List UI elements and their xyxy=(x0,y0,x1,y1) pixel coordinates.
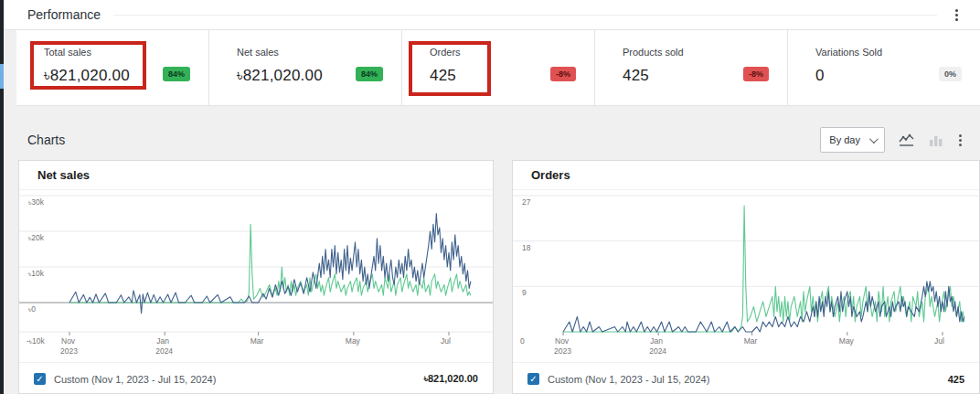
chevron-down-icon xyxy=(869,134,879,144)
line-chart-view-button[interactable] xyxy=(898,133,915,147)
svg-text:May: May xyxy=(346,336,361,346)
stat-label: Products sold xyxy=(623,47,771,58)
admin-sidebar-strip[interactable] xyxy=(0,0,4,394)
svg-text:2024: 2024 xyxy=(155,346,173,356)
stat-label: Variations Sold xyxy=(815,47,964,58)
svg-text:Jul: Jul xyxy=(441,336,451,346)
svg-text:27: 27 xyxy=(522,197,531,207)
bar-chart-icon xyxy=(928,133,944,147)
charts-menu-kebab-icon[interactable] xyxy=(953,131,967,150)
svg-text:Nov: Nov xyxy=(555,336,570,346)
bar-chart-view-button[interactable] xyxy=(928,133,944,147)
status-badge: -8% xyxy=(550,67,576,81)
svg-text:2023: 2023 xyxy=(554,346,571,356)
performance-title: Performance xyxy=(27,7,101,22)
interval-select-value: By day xyxy=(829,134,860,145)
orders-chart-panel: Orders 271890Nov2023Jan2024MarMayJul ✓ C… xyxy=(512,160,980,394)
svg-text:Nov: Nov xyxy=(61,336,76,346)
legend-item[interactable]: ✓ Custom (Nov 1, 2023 - Jul 15, 2024) ৳8… xyxy=(19,362,493,394)
checkbox-checked-icon[interactable]: ✓ xyxy=(34,373,46,385)
stat-card-total-sales[interactable]: Total sales ৳821,020.00 84% xyxy=(16,30,209,105)
svg-text:Mar: Mar xyxy=(744,336,758,346)
performance-header: Performance xyxy=(4,0,980,30)
svg-text:Mar: Mar xyxy=(250,336,264,346)
orders-chart[interactable]: 271890Nov2023Jan2024MarMayJul xyxy=(513,190,979,362)
stat-card-orders[interactable]: Orders 425 -8% xyxy=(402,30,595,105)
svg-text:0: 0 xyxy=(520,336,525,346)
svg-text:May: May xyxy=(839,336,855,346)
stat-label: Orders xyxy=(430,47,578,58)
chart-title: Net sales xyxy=(19,161,493,190)
net-sales-chart-panel: Net sales ৳30k৳20k৳10k৳0-৳10kNov2023Jan2… xyxy=(18,160,494,394)
svg-text:৳0: ৳0 xyxy=(27,304,36,314)
legend-value: ৳821,020.00 xyxy=(424,373,478,385)
line-chart-icon xyxy=(898,133,915,147)
charts-title: Charts xyxy=(27,133,65,147)
stat-card-net-sales[interactable]: Net sales ৳821,020.00 84% xyxy=(209,30,402,105)
stat-label: Net sales xyxy=(237,47,385,58)
status-badge: 84% xyxy=(356,67,383,81)
svg-text:Jul: Jul xyxy=(934,336,944,346)
svg-text:2024: 2024 xyxy=(649,346,666,356)
status-badge: 84% xyxy=(163,67,190,81)
svg-text:৳30k: ৳30k xyxy=(27,197,45,207)
header-divider xyxy=(78,140,807,141)
svg-text:Jan: Jan xyxy=(650,336,663,346)
legend-item[interactable]: ✓ Custom (Nov 1, 2023 - Jul 15, 2024) 42… xyxy=(513,362,979,394)
status-badge: -8% xyxy=(743,67,769,81)
svg-text:-৳10k: -৳10k xyxy=(27,336,46,346)
svg-text:৳20k: ৳20k xyxy=(27,233,45,242)
svg-text:৳10k: ৳10k xyxy=(27,269,45,278)
svg-text:9: 9 xyxy=(522,288,527,297)
performance-menu-kebab-icon[interactable] xyxy=(950,5,964,25)
status-badge: 0% xyxy=(939,67,962,81)
stat-label: Total sales xyxy=(44,47,192,58)
legend-value: 425 xyxy=(948,374,964,385)
stats-row: Total sales ৳821,020.00 84% Net sales ৳8… xyxy=(16,30,980,106)
interval-select[interactable]: By day xyxy=(820,127,885,153)
scrollbar-thumb[interactable] xyxy=(0,64,4,89)
svg-text:Jan: Jan xyxy=(156,336,169,346)
checkbox-checked-icon[interactable]: ✓ xyxy=(527,373,539,385)
stat-card-products-sold[interactable]: Products sold 425 -8% xyxy=(595,30,788,105)
legend-label: Custom (Nov 1, 2023 - Jul 15, 2024) xyxy=(54,374,216,385)
header-divider xyxy=(113,15,937,16)
stat-card-variations-sold[interactable]: Variations Sold 0 0% xyxy=(788,30,980,105)
chart-title: Orders xyxy=(513,161,979,190)
net-sales-chart[interactable]: ৳30k৳20k৳10k৳0-৳10kNov2023Jan2024MarMayJ… xyxy=(19,190,493,362)
charts-section-header: Charts By day xyxy=(4,122,980,157)
svg-text:2023: 2023 xyxy=(60,346,78,356)
svg-text:18: 18 xyxy=(522,243,531,252)
legend-label: Custom (Nov 1, 2023 - Jul 15, 2024) xyxy=(548,374,709,385)
